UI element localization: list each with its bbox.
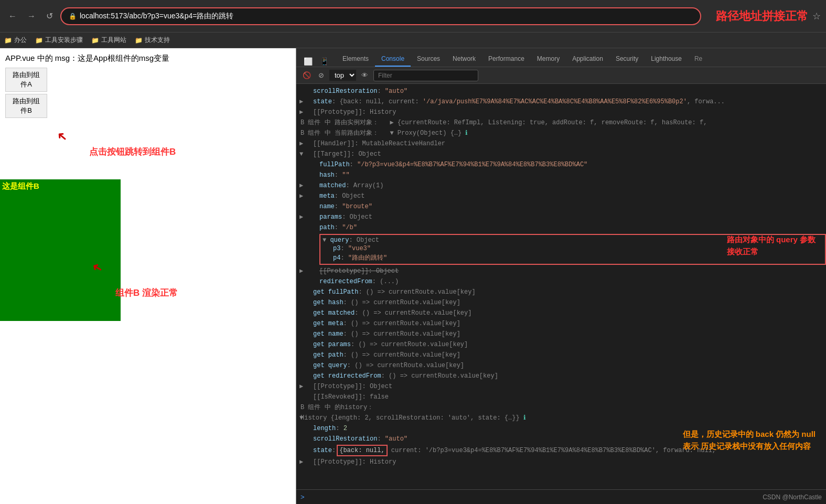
tab-network[interactable]: Network	[446, 52, 482, 67]
console-line: History {length: 2, scrollRestoration: '…	[296, 413, 826, 423]
annotation-history: 但是，历史记录中的 back 仍然为 null表示 历史记录栈中没有放入任何内容	[683, 428, 816, 452]
console-line: B 组件 中 路由实例对象： ▶ {currentRoute: RefImpl,…	[296, 117, 826, 128]
star-icon: ☆	[812, 10, 821, 22]
console-line: hash: ""	[296, 170, 826, 180]
bookmark-tools-site[interactable]: 📁 工具网站	[91, 36, 126, 45]
folder-icon: 📁	[4, 37, 12, 44]
console-line: params: Object	[296, 212, 826, 222]
console-line: [[Prototype]]: History	[296, 457, 826, 467]
bookmark-tools-install[interactable]: 📁 工具安装步骤	[35, 36, 83, 45]
lock-icon: 🔒	[69, 13, 77, 20]
state-highlight: {back: null,	[337, 445, 387, 456]
console-line: get name: () => currentRoute.value[key]	[296, 329, 826, 339]
annotation-click: 点击按钮跳转到组件B	[89, 146, 176, 158]
tab-security[interactable]: Security	[609, 52, 645, 67]
bookmark-tech-support-label: 技术支持	[145, 36, 170, 45]
console-prompt: >	[301, 493, 305, 501]
tab-elements[interactable]: Elements	[336, 52, 375, 67]
annotation-query: 路由对象中的 query 参数接收正常	[727, 234, 816, 258]
webpage-panel: APP.vue 中的 msg：这是App根组件的msg变量 路由到组件A 路由到…	[0, 48, 296, 504]
console-line: [[IsRevoked]]: false	[296, 392, 826, 402]
console-line: scrollRestoration: "auto"	[296, 86, 826, 96]
tab-lighthouse[interactable]: Lighthouse	[645, 52, 688, 67]
devtools-tabs: ⬜ 📱 Elements Console Sources Network Per…	[296, 48, 826, 67]
tab-memory[interactable]: Memory	[531, 52, 566, 67]
route-btn-b[interactable]: 路由到组件B	[5, 94, 47, 118]
bookmark-tools-install-label: 工具安装步骤	[45, 36, 83, 45]
console-line: get meta: () => currentRoute.value[key]	[296, 318, 826, 329]
console-line: redirectedFrom: (...)	[296, 276, 826, 287]
console-bottom: > CSDN @NorthCastle	[296, 489, 826, 504]
console-line: get matched: () => currentRoute.value[ke…	[296, 308, 826, 318]
component-b-label: 这是组件B	[2, 181, 39, 190]
filter-input[interactable]	[373, 70, 478, 81]
tab-more[interactable]: Re	[688, 52, 709, 67]
watermark: CSDN @NorthCastle	[763, 494, 822, 501]
route-btn-a[interactable]: 路由到组件A	[5, 68, 47, 92]
refresh-button[interactable]: ↺	[43, 9, 56, 23]
browser-chrome: ← → ↺ 🔒 localhost:5173/abc/b?p3=vue3&p4=…	[0, 0, 826, 33]
bookmark-tools-site-label: 工具网站	[101, 36, 126, 45]
inspect-icon[interactable]: ⬜	[302, 56, 315, 67]
eye-button[interactable]: 👁	[359, 70, 370, 80]
console-line: get params: () => currentRoute.value[key…	[296, 339, 826, 350]
address-bar[interactable]: 🔒 localhost:5173/abc/b?p3=vue3&p4=路由的跳转	[60, 7, 701, 25]
block-button[interactable]: ⊘	[316, 70, 326, 80]
console-line: [[Handler]]: MutableReactiveHandler	[296, 138, 826, 149]
arrow-click-icon: ➜	[53, 128, 70, 146]
console-line: path: "/b"	[296, 222, 826, 233]
console-line: [[Prototype]]: History	[296, 107, 826, 117]
console-line: [[Prototype]]: Object	[296, 266, 826, 276]
devtools-toolbar: 🚫 ⊘ top 👁	[296, 67, 826, 84]
devtools-panel: ⬜ 📱 Elements Console Sources Network Per…	[296, 48, 826, 504]
tab-sources[interactable]: Sources	[411, 52, 446, 67]
console-line: [[Target]]: Object	[296, 149, 826, 159]
context-selector[interactable]: top	[329, 70, 356, 81]
annotation-render: 组件B 渲染正常	[115, 287, 178, 299]
console-line: get path: () => currentRoute.value[key]	[296, 350, 826, 360]
query-section: query: Object p3: "vue3" p4: "路由的跳转" 路由对…	[296, 234, 826, 265]
main-layout: APP.vue 中的 msg：这是App根组件的msg变量 路由到组件A 路由到…	[0, 48, 826, 504]
bookmarks-bar: 📁 办公 📁 工具安装步骤 📁 工具网站 📁 技术支持	[0, 33, 826, 48]
clear-button[interactable]: 🚫	[301, 70, 313, 80]
tab-performance[interactable]: Performance	[482, 52, 531, 67]
back-button[interactable]: ←	[5, 9, 20, 23]
console-line: get fullPath: () => currentRoute.value[k…	[296, 287, 826, 297]
console-line: get query: () => currentRoute.value[key]	[296, 360, 826, 371]
folder-icon-3: 📁	[91, 37, 99, 44]
address-text: localhost:5173/abc/b?p3=vue3&p4=路由的跳转	[80, 12, 233, 21]
console-line: meta: Object	[296, 191, 826, 201]
console-line: get redirectedFrom: () => currentRoute.v…	[296, 371, 826, 381]
folder-icon-4: 📁	[135, 37, 143, 44]
bookmark-office-label: 办公	[14, 36, 27, 45]
bookmark-office[interactable]: 📁 办公	[4, 36, 27, 45]
devtools-icons: ⬜ 📱	[298, 56, 334, 67]
console-line: matched: Array(1)	[296, 180, 826, 191]
forward-button[interactable]: →	[24, 9, 39, 23]
state-section: state: {back: null, current: '/b?p3=vue3…	[296, 444, 826, 457]
tab-application[interactable]: Application	[566, 52, 609, 67]
app-msg: APP.vue 中的 msg：这是App根组件的msg变量	[5, 53, 291, 63]
device-icon[interactable]: 📱	[318, 56, 331, 67]
component-b-box: 这是组件B	[0, 179, 121, 321]
tab-console[interactable]: Console	[375, 52, 411, 67]
page-title: 路径地址拼接正常	[716, 8, 808, 24]
console-content: scrollRestoration: "auto" state: {back: …	[296, 84, 826, 489]
console-line: B 组件 中 当前路由对象： ▼ Proxy(Object) {…} ℹ	[296, 128, 826, 138]
console-line: B 组件 中 的history：	[296, 402, 826, 413]
console-line: state: {back: null, current: '/a/java/pu…	[296, 96, 826, 107]
bookmark-tech-support[interactable]: 📁 技术支持	[135, 36, 170, 45]
console-line: fullPath: "/b?p3=vue3&p4=%E8%B7%AF%E7%94…	[296, 159, 826, 170]
console-line: get hash: () => currentRoute.value[key]	[296, 297, 826, 308]
console-line: name: "broute"	[296, 201, 826, 212]
folder-icon-2: 📁	[35, 37, 43, 44]
console-line: [[Prototype]]: Object	[296, 381, 826, 392]
